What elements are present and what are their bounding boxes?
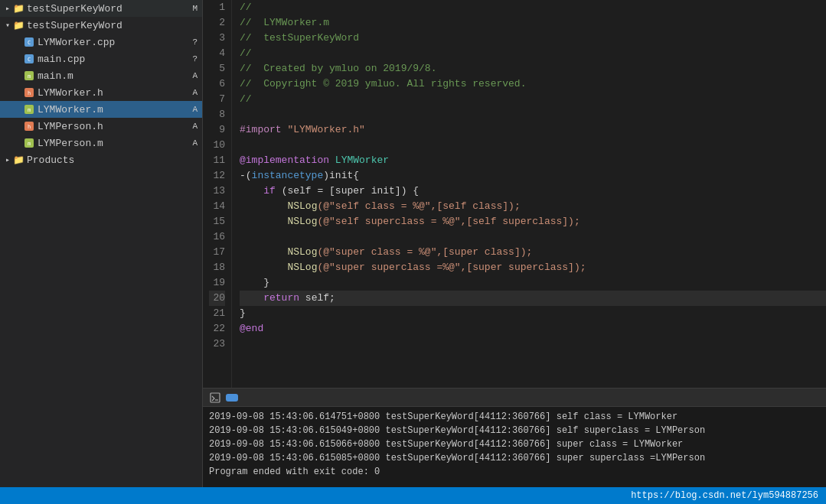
folder-icon: 📁 [12, 154, 24, 166]
file-type-icon: C [23, 53, 35, 65]
sidebar-item-label: LYMPerson.m [38, 138, 192, 149]
sidebar-item-group-testSuperKeyWord[interactable]: ▸📁testSuperKeyWordM [0, 0, 202, 17]
code-content: //// LYMWorker.m// testSuperKeyWord//// … [232, 0, 826, 388]
code-token: LYMWorker [335, 154, 389, 166]
svg-text:m: m [28, 107, 31, 113]
sidebar-item-label: LYMWorker.h [38, 87, 192, 99]
code-token [240, 262, 287, 273]
console-log-line: 2019-09-08 15:43:06.615066+0800 testSupe… [209, 437, 820, 451]
code-token: #import [240, 124, 287, 135]
code-line: // [240, 46, 826, 61]
code-line: NSLog(@"self class = %@",[self class]); [240, 199, 826, 214]
code-token: NSLog [287, 200, 317, 212]
console-output: 2019-09-08 15:43:06.614751+0800 testSupe… [203, 407, 826, 487]
file-type-icon: C [23, 36, 35, 48]
code-token: @implementation [240, 154, 335, 166]
code-token: // testSuperKeyWord [240, 32, 359, 44]
line-number: 6 [209, 76, 225, 92]
code-line: NSLog(@"super class = %@",[super class])… [240, 245, 826, 260]
file-type-icon: h [23, 120, 35, 132]
code-line: // LYMWorker.m [240, 15, 826, 31]
line-number: 2 [209, 15, 225, 31]
line-number: 5 [209, 61, 225, 76]
console-log-line: 2019-09-08 15:43:06.615085+0800 testSupe… [209, 451, 820, 465]
sidebar-item-file-LYMWorker-h[interactable]: hLYMWorker.hA [0, 84, 202, 101]
svg-rect-14 [211, 393, 220, 402]
folder-icon: 📁 [12, 2, 24, 15]
line-number: 16 [209, 229, 225, 245]
sidebar-badge: A [192, 71, 198, 80]
code-token: "LYMWorker.h" [287, 124, 364, 135]
sidebar-item-label: LYMPerson.h [38, 121, 192, 132]
console-log-line: 2019-09-08 15:43:06.614751+0800 testSupe… [209, 410, 820, 424]
folder-arrow-icon: ▸ [3, 155, 12, 164]
code-token: instancetype [252, 170, 324, 181]
code-line: // testSuperKeyWord [240, 31, 826, 46]
line-number: 10 [209, 138, 225, 153]
code-token: // Created by ymluo on 2019/9/8. [240, 63, 436, 74]
line-number: 13 [209, 184, 225, 199]
code-token: // LYMWorker.m [240, 17, 329, 28]
sidebar-item-folder-Products[interactable]: ▸📁Products [0, 151, 202, 168]
code-token: NSLog [287, 262, 317, 273]
code-token [240, 292, 263, 304]
line-number: 22 [209, 321, 225, 337]
code-line: @implementation LYMWorker [240, 153, 826, 168]
code-token [240, 216, 287, 227]
svg-text:h: h [28, 124, 31, 130]
line-number: 8 [209, 107, 225, 122]
code-line [240, 229, 826, 245]
folder-icon: 📁 [12, 19, 24, 31]
line-number: 4 [209, 46, 225, 61]
code-line: } [240, 275, 826, 291]
code-line: if (self = [super init]) { [240, 184, 826, 199]
code-line: #import "LYMWorker.h" [240, 122, 826, 138]
status-url: https://blog.csdn.net/lym594887256 [631, 490, 818, 501]
code-line: // Copyright © 2019 ymluo. All rights re… [240, 76, 826, 92]
sidebar-item-file-main-cpp[interactable]: Cmain.cpp? [0, 50, 202, 67]
svg-rect-16 [226, 394, 238, 402]
status-bar: https://blog.csdn.net/lym594887256 [0, 487, 826, 504]
sidebar-item-file-LYMPerson-m[interactable]: mLYMPerson.mA [0, 135, 202, 151]
line-number: 19 [209, 275, 225, 291]
line-number: 9 [209, 122, 225, 138]
svg-text:h: h [28, 90, 31, 96]
bottom-panel: 2019-09-08 15:43:06.614751+0800 testSupe… [203, 388, 826, 487]
sidebar-item-file-LYMPerson-h[interactable]: hLYMPerson.hA [0, 118, 202, 135]
sidebar-item-file-main-m[interactable]: mmain.mA [0, 67, 202, 84]
line-number: 14 [209, 199, 225, 214]
sidebar-item-folder-testSuperKeyWord[interactable]: ▾📁testSuperKeyWord [0, 17, 202, 34]
sidebar-item-file-LYMWorker-cpp[interactable]: CLYMWorker.cpp? [0, 34, 202, 50]
code-area: 1234567891011121314151617181920212223 //… [203, 0, 826, 487]
line-number: 11 [209, 153, 225, 168]
folder-arrow-icon: ▸ [3, 4, 12, 13]
blue-filter-icon[interactable] [226, 392, 238, 404]
sidebar-item-file-LYMWorker-m[interactable]: mLYMWorker.mA [0, 101, 202, 118]
code-token: NSLog [287, 246, 317, 258]
file-type-icon: m [23, 70, 35, 82]
line-number: 7 [209, 92, 225, 107]
sidebar-item-label: testSuperKeyWord [27, 20, 202, 31]
code-line [240, 138, 826, 153]
svg-text:m: m [28, 141, 31, 147]
code-token: (@"super superclass =%@",[super supercla… [317, 262, 586, 273]
sidebar: ▸📁testSuperKeyWordM▾📁testSuperKeyWordCLY… [0, 0, 203, 487]
sidebar-item-label: main.cpp [38, 54, 192, 65]
sidebar-badge: A [192, 88, 198, 97]
code-line: -(instancetype)init{ [240, 168, 826, 184]
file-type-icon: m [23, 103, 35, 115]
code-line: NSLog(@"super superclass =%@",[super sup… [240, 260, 826, 275]
code-token: (self = [super init]) { [276, 185, 419, 197]
line-number: 20 [209, 291, 225, 306]
code-editor: 1234567891011121314151617181920212223 //… [203, 0, 826, 388]
code-line: NSLog(@"self superclass = %@",[self supe… [240, 214, 826, 229]
code-line: } [240, 306, 826, 321]
sidebar-badge: A [192, 105, 198, 114]
line-number: 1 [209, 0, 225, 15]
sidebar-item-label: testSuperKeyWord [27, 3, 192, 15]
line-number: 15 [209, 214, 225, 229]
code-token [240, 185, 263, 197]
code-token: } [240, 277, 269, 288]
svg-text:C: C [28, 40, 31, 46]
console-icon[interactable] [209, 392, 221, 404]
